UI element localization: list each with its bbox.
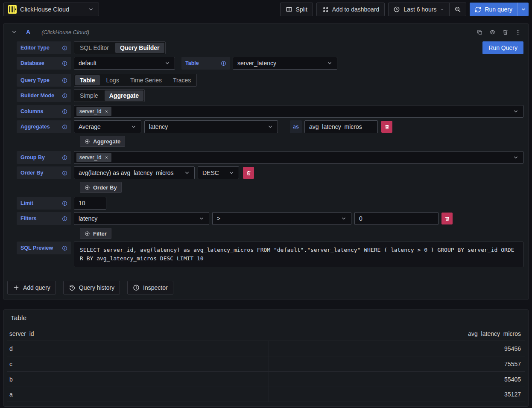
filter-value-input[interactable] — [354, 212, 438, 225]
info-icon[interactable] — [62, 45, 67, 51]
delete-query-button[interactable] — [502, 29, 509, 35]
info-icon[interactable] — [62, 93, 67, 99]
info-icon[interactable] — [62, 201, 67, 206]
explore-toolbar: ClickHouse Cloud Split Add to dashboard … — [0, 0, 532, 19]
field-label-editor-type: Editor Type — [17, 41, 71, 54]
info-icon[interactable] — [62, 124, 67, 130]
query-editor-panel: A (ClickHouse Cloud) Editor Type SQL Edi… — [3, 23, 529, 300]
add-query-button[interactable]: Add query — [7, 281, 56, 294]
option-query-builder[interactable]: Query Builder — [115, 43, 164, 53]
remove-order-by-button[interactable] — [243, 167, 254, 179]
database-select[interactable]: default — [74, 57, 175, 70]
option-aggregate[interactable]: Aggregate — [105, 90, 143, 101]
option-traces[interactable]: Traces — [168, 75, 196, 85]
datasource-picker[interactable]: ClickHouse Cloud — [3, 3, 99, 16]
aggregates-row: Aggregates Average latency as — [17, 120, 523, 133]
run-query-inline-button[interactable]: Run Query — [482, 41, 523, 54]
limit-input[interactable] — [74, 197, 106, 210]
chevron-down-icon — [11, 29, 18, 35]
info-icon[interactable] — [62, 245, 67, 251]
run-query-label: Run query — [485, 6, 512, 13]
table-row: c 75557 — [7, 356, 525, 371]
option-logs[interactable]: Logs — [102, 75, 124, 85]
cell-server-id: b — [7, 372, 269, 387]
info-icon[interactable] — [62, 109, 67, 114]
filter-column-select[interactable]: latency — [74, 212, 209, 225]
add-filter-row: Filter — [80, 228, 523, 239]
toggle-visibility-button[interactable] — [489, 29, 496, 35]
column-header-avg-latency-micros[interactable]: avg_latency_micros — [269, 330, 525, 337]
field-label-query-type: Query Type — [17, 74, 71, 87]
add-order-by-row: Order By — [80, 182, 523, 193]
chevron-down-icon — [164, 60, 171, 67]
run-query-button[interactable]: Run query — [470, 3, 517, 16]
split-label: Split — [296, 6, 307, 13]
info-icon[interactable] — [62, 170, 67, 176]
option-table[interactable]: Table — [75, 75, 100, 85]
chevron-down-icon — [198, 215, 205, 222]
zoom-out-time-button[interactable] — [450, 3, 466, 16]
field-label-table: Table — [181, 57, 230, 70]
chevron-down-icon — [520, 6, 527, 13]
field-label-limit: Limit — [17, 197, 71, 210]
option-sql-editor[interactable]: SQL Editor — [75, 43, 114, 53]
aggregate-column-select[interactable]: latency — [144, 120, 278, 133]
drag-handle[interactable] — [515, 29, 521, 35]
query-type-radio-group: Table Logs Time Series Traces — [74, 74, 197, 87]
duplicate-query-button[interactable] — [476, 29, 483, 35]
option-simple[interactable]: Simple — [75, 90, 103, 101]
add-filter-button[interactable]: Filter — [80, 228, 111, 239]
info-icon[interactable] — [62, 61, 67, 66]
info-icon[interactable] — [62, 155, 67, 160]
run-query-dropdown-toggle[interactable] — [517, 3, 529, 16]
table-select[interactable]: server_latency — [233, 57, 337, 70]
inspector-button[interactable]: Inspector — [127, 281, 173, 294]
query-builder-form: Editor Type SQL Editor Query Builder Run… — [4, 41, 528, 267]
add-aggregate-button[interactable]: Aggregate — [80, 136, 125, 147]
group-by-chip-server-id: server_id — [76, 153, 111, 162]
query-history-button[interactable]: Query history — [63, 281, 120, 294]
order-direction-select[interactable]: DESC — [198, 166, 239, 179]
order-by-expression-select[interactable]: avg(latency) as avg_latency_micros — [74, 166, 195, 179]
order-by-row: Order By avg(latency) as avg_latency_mic… — [17, 166, 523, 179]
trash-icon — [444, 216, 450, 221]
editor-type-radio-group: SQL Editor Query Builder — [74, 41, 166, 54]
info-icon[interactable] — [221, 61, 226, 66]
query-actions — [476, 29, 521, 35]
info-icon[interactable] — [62, 216, 67, 221]
results-table: server_id avg_latency_micros d 95456 c 7… — [7, 327, 525, 402]
remove-chip-icon[interactable] — [104, 155, 108, 160]
results-panel-title: Table — [4, 310, 528, 323]
group-by-multiselect[interactable]: server_id — [74, 151, 523, 164]
table-row: a 35127 — [7, 387, 525, 402]
circle-plus-icon — [85, 139, 90, 144]
collapse-query-toggle[interactable] — [9, 27, 19, 37]
chevron-down-icon — [88, 6, 94, 13]
time-range-picker[interactable]: Last 6 hours — [389, 3, 449, 16]
add-to-dashboard-button[interactable]: Add to dashboard — [316, 3, 385, 16]
columns-multiselect[interactable]: server_id — [74, 105, 523, 118]
chevron-down-icon — [228, 169, 235, 176]
remove-aggregate-button[interactable] — [381, 121, 392, 133]
cell-server-id: d — [7, 341, 269, 356]
field-label-database: Database — [17, 57, 71, 70]
aggregate-alias-input[interactable] — [304, 120, 378, 133]
option-time-series[interactable]: Time Series — [126, 75, 167, 85]
cell-avg-latency: 95456 — [269, 341, 525, 356]
sync-arrows-icon — [475, 6, 481, 13]
filter-operator-select[interactable]: > — [212, 212, 351, 225]
remove-filter-button[interactable] — [441, 213, 453, 224]
split-icon — [286, 6, 292, 13]
info-icon[interactable] — [62, 78, 67, 83]
apps-grid-icon — [322, 6, 329, 13]
time-controls: Last 6 hours — [388, 3, 466, 16]
split-button[interactable]: Split — [280, 3, 313, 16]
editor-type-row: Editor Type SQL Editor Query Builder Run… — [17, 41, 523, 54]
group-by-row: Group By server_id — [17, 151, 523, 164]
remove-chip-icon[interactable] — [104, 109, 108, 114]
column-header-server-id[interactable]: server_id — [7, 330, 269, 337]
aggregate-function-select[interactable]: Average — [74, 120, 141, 133]
field-label-group-by: Group By — [17, 151, 71, 164]
chevron-down-icon — [512, 108, 519, 115]
add-order-by-button[interactable]: Order By — [80, 182, 122, 193]
